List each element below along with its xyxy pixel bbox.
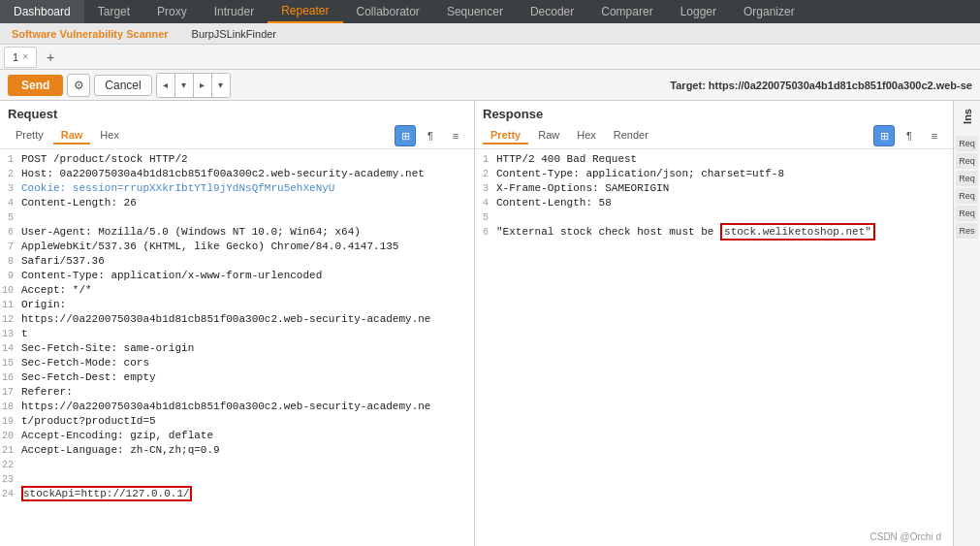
request-line: 21Accept-Language: zh-CN,zh;q=0.9 [0, 444, 474, 459]
line-number: 21 [0, 444, 17, 459]
inspector-item[interactable]: Req [956, 171, 978, 186]
main-panels: Request Pretty Raw Hex ⊞ ¶ ≡ 1POST /prod… [0, 101, 980, 546]
line-content: Accept: */* [17, 284, 474, 299]
line-number: 8 [0, 255, 17, 270]
inspector-items: ReqReqReqReqReqRes [954, 132, 980, 242]
settings-button[interactable]: ⚙ [67, 74, 90, 97]
cancel-button[interactable]: Cancel [94, 75, 151, 96]
line-content: Content-Type: application/x-www-form-url… [17, 270, 474, 284]
request-code-area[interactable]: 1POST /product/stock HTTP/22Host: 0a2200… [0, 149, 474, 546]
inspector-item[interactable]: Req [956, 136, 978, 151]
line-content: t [17, 328, 474, 342]
request-line: 15Sec-Fetch-Mode: cors [0, 357, 474, 371]
subnav-js-linkfinder[interactable]: BurpJSLinkFinder [180, 23, 288, 44]
tab-bar: 1 × + [0, 45, 980, 70]
response-tab-hex[interactable]: Hex [569, 127, 604, 145]
line-content: AppleWebKit/537.36 (KHTML, like Gecko) C… [17, 241, 474, 255]
line-number: 18 [0, 401, 17, 415]
nav-organizer[interactable]: Organizer [730, 0, 808, 23]
line-content: HTTP/2 400 Bad Request [492, 153, 953, 168]
inspector-item[interactable]: Req [956, 153, 978, 169]
line-number: 5 [0, 211, 17, 226]
response-line: 1HTTP/2 400 Bad Request [475, 153, 953, 168]
request-line: 13t [0, 328, 474, 342]
nav-down-button[interactable]: ▾ [175, 74, 193, 97]
nav-sequencer[interactable]: Sequencer [433, 0, 517, 23]
request-view-menu[interactable]: ≡ [445, 125, 466, 146]
inspector-item[interactable]: Res [956, 223, 978, 239]
request-line: 9Content-Type: application/x-www-form-ur… [0, 270, 474, 284]
request-line: 18https://0a220075030a4b1d81cb851f00a300… [0, 401, 474, 415]
line-content: Content-Type: application/json; charset=… [492, 168, 953, 182]
line-number: 5 [475, 211, 492, 226]
subnav-vulnerability-scanner[interactable]: Software Vulnerability Scanner [0, 23, 180, 44]
tab-add-button[interactable]: + [41, 48, 60, 67]
line-number: 23 [0, 473, 17, 488]
request-tab-hex[interactable]: Hex [92, 127, 127, 145]
response-line: 2Content-Type: application/json; charset… [475, 168, 953, 182]
request-tab-pretty[interactable]: Pretty [8, 127, 51, 145]
response-view-menu[interactable]: ≡ [924, 125, 945, 146]
request-line: 11Origin: [0, 299, 474, 313]
response-tab-pretty[interactable]: Pretty [483, 127, 528, 145]
line-number: 6 [475, 226, 492, 241]
response-tab-raw[interactable]: Raw [530, 127, 567, 145]
response-view-text[interactable]: ¶ [899, 125, 920, 146]
line-content: https://0a220075030a4b1d81cb851f00a300c2… [17, 401, 474, 415]
line-number: 10 [0, 284, 17, 299]
request-line: 14Sec-Fetch-Site: same-origin [0, 342, 474, 357]
request-view-text[interactable]: ¶ [420, 125, 441, 146]
request-tabs: Pretty Raw Hex ⊞ ¶ ≡ [0, 123, 474, 149]
request-line: 3Cookie: session=rrupXXkrIbtYTl9jYdNsQfM… [0, 182, 474, 197]
line-content: Content-Length: 26 [17, 197, 474, 211]
nav-logger[interactable]: Logger [667, 0, 730, 23]
target-info: Target: https://0a220075030a4b1d81cb851f… [670, 80, 972, 91]
request-line: 10Accept: */* [0, 284, 474, 299]
response-code-area[interactable]: 1HTTP/2 400 Bad Request2Content-Type: ap… [475, 149, 953, 546]
request-line: 5 [0, 211, 474, 226]
request-line: 1POST /product/stock HTTP/2 [0, 153, 474, 168]
nav-repeater[interactable]: Repeater [268, 0, 342, 23]
nav-target[interactable]: Target [84, 0, 143, 23]
tab-1[interactable]: 1 × [4, 47, 37, 68]
request-line: 8Safari/537.36 [0, 255, 474, 270]
inspector-item[interactable]: Req [956, 206, 978, 221]
tab-1-close[interactable]: × [22, 51, 28, 62]
sub-nav: Software Vulnerability Scanner BurpJSLin… [0, 23, 980, 45]
inspector-title[interactable]: Ins [962, 109, 973, 124]
top-nav: Dashboard Target Proxy Intruder Repeater… [0, 0, 980, 23]
request-line: 20Accept-Encoding: gzip, deflate [0, 430, 474, 444]
nav-decoder[interactable]: Decoder [517, 0, 587, 23]
nav-buttons: ◂ ▾ ▸ ▾ [156, 73, 231, 98]
nav-back-button[interactable]: ◂ [157, 74, 174, 97]
response-tab-render[interactable]: Render [606, 127, 656, 145]
request-view-split[interactable]: ⊞ [395, 125, 416, 146]
line-content: https://0a220075030a4b1d81cb851f00a300c2… [17, 313, 474, 328]
response-view-split[interactable]: ⊞ [873, 125, 895, 146]
highlighted-response-value: stock.weliketoshop.net" [720, 223, 875, 241]
nav-intruder[interactable]: Intruder [201, 0, 268, 23]
nav-dashboard[interactable]: Dashboard [0, 0, 84, 23]
line-content: "External stock check host must be stock… [492, 226, 953, 241]
line-number: 4 [0, 197, 17, 211]
line-content: Accept-Language: zh-CN,zh;q=0.9 [17, 444, 474, 459]
request-panel: Request Pretty Raw Hex ⊞ ¶ ≡ 1POST /prod… [0, 101, 475, 546]
nav-down2-button[interactable]: ▾ [212, 74, 230, 97]
line-number: 22 [0, 459, 17, 473]
line-number: 6 [0, 226, 17, 241]
nav-forward-button[interactable]: ▸ [194, 74, 211, 97]
request-line: 6User-Agent: Mozilla/5.0 (Windows NT 10.… [0, 226, 474, 241]
nav-collaborator[interactable]: Collaborator [343, 0, 433, 23]
line-number: 9 [0, 270, 17, 284]
line-content: Sec-Fetch-Dest: empty [17, 371, 474, 386]
line-number: 19 [0, 415, 17, 430]
nav-proxy[interactable]: Proxy [143, 0, 201, 23]
inspector-item[interactable]: Req [956, 188, 978, 204]
response-tab-icons: ⊞ ¶ ≡ [873, 125, 945, 146]
nav-comparer[interactable]: Comparer [587, 0, 666, 23]
line-number: 16 [0, 371, 17, 386]
line-content: Accept-Encoding: gzip, deflate [17, 430, 474, 444]
response-line: 4Content-Length: 58 [475, 197, 953, 211]
request-tab-raw[interactable]: Raw [53, 127, 91, 145]
send-button[interactable]: Send [8, 75, 63, 96]
